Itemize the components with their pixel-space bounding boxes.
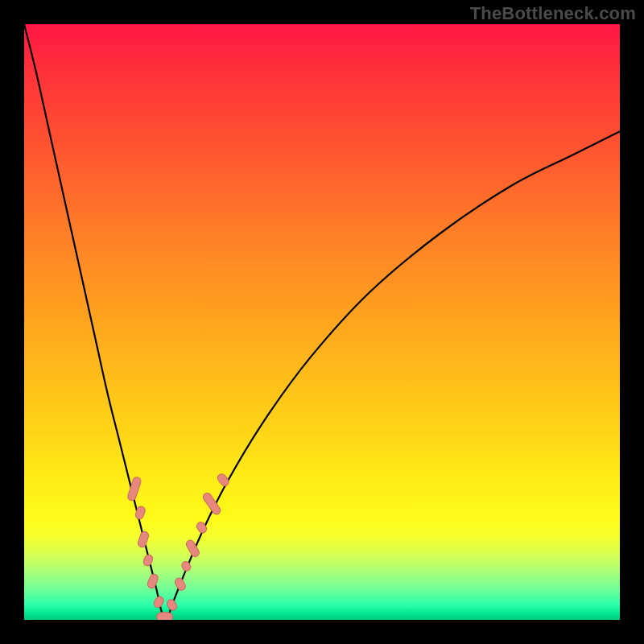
curve-marker [166,598,179,612]
curve-marker [174,576,188,592]
curve-marker [180,560,192,572]
chart-svg [24,24,620,620]
curve-marker [216,473,230,488]
curve-marker [142,554,154,568]
curve-marker [137,530,150,548]
curve-marker [152,595,165,609]
curve-markers [127,473,231,620]
curve-marker [196,521,208,535]
plot-area [24,24,620,620]
curve-marker [185,539,201,558]
curve-marker [201,492,221,516]
curve-marker [134,506,146,520]
curve-marker [157,613,173,620]
chart-frame: TheBottleneck.com [0,0,644,644]
bottleneck-curve [24,24,620,620]
curve-marker [127,476,142,502]
curve-marker [147,573,159,589]
watermark-text: TheBottleneck.com [470,3,636,24]
